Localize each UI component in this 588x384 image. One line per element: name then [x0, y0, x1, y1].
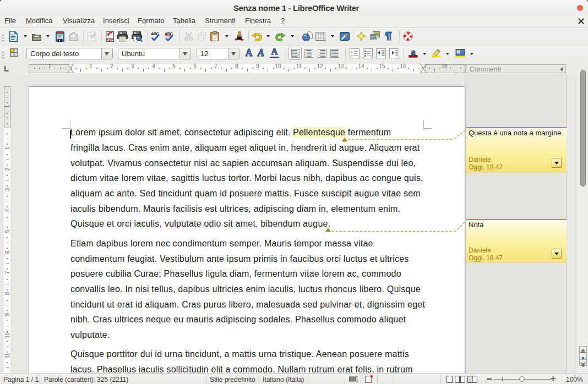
- svg-text:*: *: [370, 375, 373, 382]
- svg-text:PDF: PDF: [106, 37, 113, 41]
